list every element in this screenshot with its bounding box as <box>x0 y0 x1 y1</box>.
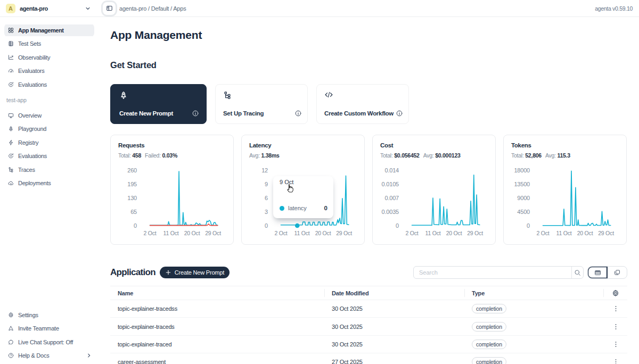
cell-name[interactable]: career-assessment <box>110 353 325 364</box>
starter-card-label: Set Up Tracing <box>223 110 264 117</box>
svg-text:260: 260 <box>127 167 137 173</box>
workspace-selector[interactable]: A agenta-pro <box>0 0 99 17</box>
column-header-name[interactable]: Name <box>110 286 325 300</box>
sidebar-item-registry[interactable]: Registry <box>4 136 94 150</box>
version-label: agenta v0.59.10 <box>595 5 633 12</box>
svg-text:20 Oct: 20 Oct <box>315 230 331 236</box>
row-menu-icon[interactable] <box>612 358 619 364</box>
table-row[interactable]: topic-explainer-traceds30 Oct 2025comple… <box>110 318 627 335</box>
cloud-icon <box>8 180 14 186</box>
cell-date-modified: 30 Oct 2025 <box>325 300 465 318</box>
help-icon <box>8 353 14 359</box>
create-new-prompt-button[interactable]: Create New Prompt <box>160 267 230 278</box>
row-menu-icon[interactable] <box>612 305 619 312</box>
workspace-name: agenta-pro <box>20 5 85 12</box>
sidebar-item-deployments[interactable]: Deployments <box>4 177 94 191</box>
search-box <box>413 266 584 279</box>
starter-card-create-new-prompt[interactable]: Create New Prompt <box>110 84 207 124</box>
svg-text:0.0035: 0.0035 <box>382 209 399 215</box>
sidebar-item-help-docs[interactable]: Help & Docs <box>4 349 94 363</box>
testset-icon <box>8 41 14 47</box>
table-row[interactable]: topic-explainer-tracedss30 Oct 2025compl… <box>110 300 627 318</box>
svg-text:11 Oct: 11 Oct <box>294 230 310 236</box>
search-input[interactable] <box>414 267 571 278</box>
search-icon[interactable] <box>571 267 583 278</box>
svg-text:18000: 18000 <box>514 167 530 173</box>
info-icon[interactable] <box>396 110 403 117</box>
sidebar-main-nav: App ManagementTest SetsObservabilityEval… <box>0 17 99 92</box>
stat-card-head: LatencyAvg: 1.38ms <box>242 135 364 159</box>
svg-text:11 Oct: 11 Oct <box>163 230 179 236</box>
sidebar-item-overview[interactable]: Overview <box>4 109 94 122</box>
starter-card-set-up-tracing[interactable]: Set Up Tracing <box>215 84 308 124</box>
tooltip-value: 0 <box>324 205 327 211</box>
sidebar-item-label: Traces <box>18 167 35 173</box>
bolt-icon <box>8 139 14 145</box>
monitor-icon <box>8 112 14 118</box>
info-icon[interactable] <box>192 110 199 117</box>
sidebar-item-app-management[interactable]: App Management <box>4 23 94 37</box>
cell-type: completion <box>465 318 604 335</box>
sidebar-item-playground[interactable]: Playground <box>4 122 94 136</box>
cell-name[interactable]: topic-explainer-traced <box>110 335 325 353</box>
starter-card-label: Create Custom Workflow <box>324 110 394 117</box>
cell-name[interactable]: topic-explainer-traceds <box>110 318 325 335</box>
stat-value: 52,806 <box>525 152 542 159</box>
type-badge: completion <box>472 357 506 364</box>
sidebar-item-label: Evaluations <box>18 81 47 88</box>
send-icon <box>8 326 14 332</box>
sidebar-item-traces[interactable]: Traces <box>4 163 94 177</box>
sidebar-item-label: Settings <box>18 312 38 318</box>
svg-text:29 Oct: 29 Oct <box>598 230 614 236</box>
stat-card-subtitle: Avg: 1.38ms <box>249 152 356 159</box>
column-header-settings[interactable] <box>604 286 627 300</box>
chevron-down-icon <box>85 6 91 11</box>
svg-text:2 Oct: 2 Oct <box>274 230 287 236</box>
table-row[interactable]: topic-explainer-traced30 Oct 2025complet… <box>110 335 627 353</box>
stat-card-tokens: TokensTotal: 52,806Avg: 115.304500900013… <box>503 135 627 245</box>
sidebar-footer-nav: SettingsInvite TeammateLive Chat Support… <box>0 308 99 364</box>
stat-value: $0.056452 <box>394 152 419 159</box>
sync-icon <box>8 81 14 87</box>
column-header-date-modified[interactable]: Date Modified <box>325 286 465 300</box>
card-view-button[interactable] <box>608 267 627 278</box>
row-menu-icon[interactable] <box>612 341 619 348</box>
observability-icon <box>8 54 14 60</box>
svg-text:0: 0 <box>134 222 137 229</box>
gear-icon[interactable] <box>612 289 619 297</box>
sidebar-item-test-sets[interactable]: Test Sets <box>4 37 94 51</box>
sidebar-toggle-button[interactable] <box>103 2 116 15</box>
table-view-button[interactable] <box>588 267 608 278</box>
stat-card-requests: RequestsTotal: 458Failed: 0.03%065130195… <box>110 135 234 245</box>
cell-type: completion <box>465 335 604 353</box>
stat-value: 0.03% <box>162 152 178 159</box>
chevron-right-icon <box>86 353 92 358</box>
sidebar-item-evaluations[interactable]: Evaluations <box>4 78 94 92</box>
svg-text:29 Oct: 29 Oct <box>467 230 483 236</box>
create-new-prompt-label: Create New Prompt <box>175 269 224 276</box>
svg-text:0: 0 <box>527 222 530 229</box>
cell-date-modified: 30 Oct 2025 <box>325 318 465 335</box>
svg-text:0.007: 0.007 <box>384 195 399 201</box>
sidebar-item-settings[interactable]: Settings <box>4 308 94 322</box>
mouse-cursor-icon <box>285 183 295 194</box>
sidebar-item-live-chat-support-off[interactable]: Live Chat Support: Off <box>4 335 94 349</box>
row-menu-icon[interactable] <box>612 323 619 330</box>
svg-text:3: 3 <box>265 209 268 215</box>
sidebar-item-observability[interactable]: Observability <box>4 51 94 64</box>
sidebar-item-invite-teammate[interactable]: Invite Teammate <box>4 322 94 336</box>
svg-text:65: 65 <box>130 209 137 215</box>
column-header-type[interactable]: Type <box>465 286 604 300</box>
sidebar-item-label: Overview <box>18 112 42 119</box>
starter-card-create-custom-workflow[interactable]: Create Custom Workflow <box>316 84 409 124</box>
stat-label: Failed: <box>145 152 161 159</box>
stat-value: 115.3 <box>557 152 570 159</box>
series-dot <box>280 206 284 211</box>
code-icon <box>324 91 333 100</box>
cell-name[interactable]: topic-explainer-tracedss <box>110 300 325 318</box>
table-row[interactable]: career-assessment27 Oct 2025completion <box>110 353 627 364</box>
sidebar-item-evaluations[interactable]: Evaluations <box>4 150 94 163</box>
info-icon[interactable] <box>295 110 301 117</box>
svg-text:2 Oct: 2 Oct <box>405 230 418 236</box>
sidebar-item-evaluators[interactable]: Evaluators <box>4 64 94 78</box>
